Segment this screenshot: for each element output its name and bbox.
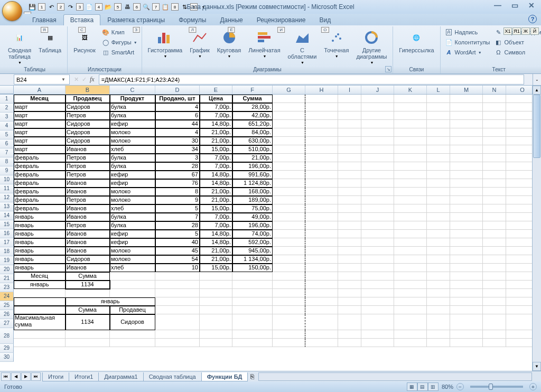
- cell[interactable]: [273, 171, 305, 179]
- cell[interactable]: март: [14, 120, 66, 128]
- cell[interactable]: кефир: [110, 238, 155, 247]
- cell[interactable]: [361, 213, 394, 221]
- cell[interactable]: Сумма: [232, 95, 273, 103]
- wordart-button[interactable]: AWordArt▼: [444, 48, 491, 57]
- cell[interactable]: [338, 330, 361, 339]
- cell[interactable]: [394, 238, 427, 247]
- cell[interactable]: [110, 272, 155, 281]
- cell[interactable]: [338, 145, 361, 154]
- cell[interactable]: [305, 230, 338, 238]
- object-button[interactable]: ◧Объект: [493, 38, 541, 47]
- cell[interactable]: [273, 95, 305, 103]
- row-header[interactable]: 28: [0, 328, 14, 344]
- cell[interactable]: [394, 255, 427, 264]
- cell[interactable]: [361, 238, 394, 247]
- cell[interactable]: Сидоров: [66, 255, 110, 264]
- cell[interactable]: [483, 264, 506, 272]
- cell[interactable]: [273, 281, 305, 289]
- cell[interactable]: Петров: [66, 162, 110, 171]
- cell[interactable]: [338, 137, 361, 145]
- cell[interactable]: январь: [14, 247, 66, 255]
- smartart-button[interactable]: ◫SmartArt: [100, 48, 138, 57]
- cell[interactable]: 14,80р.: [200, 230, 232, 238]
- cell[interactable]: 991,60р.: [232, 171, 273, 179]
- cell[interactable]: [200, 314, 232, 330]
- cell[interactable]: [427, 137, 450, 145]
- cell[interactable]: 651,20р.: [232, 120, 273, 128]
- cell[interactable]: [450, 128, 483, 137]
- cell[interactable]: [155, 281, 200, 289]
- cell[interactable]: [427, 221, 450, 230]
- cell[interactable]: Петров: [66, 154, 110, 162]
- cell[interactable]: 168,00р.: [232, 188, 273, 196]
- cell[interactable]: [305, 145, 338, 154]
- cell[interactable]: 1 124,80р.: [232, 179, 273, 188]
- cell[interactable]: [427, 289, 450, 297]
- cell[interactable]: 9: [155, 196, 200, 204]
- cell[interactable]: [273, 264, 305, 272]
- cell[interactable]: кефир: [110, 230, 155, 238]
- cell[interactable]: [155, 289, 200, 297]
- cell[interactable]: 4: [155, 128, 200, 137]
- cell[interactable]: 21,00р.: [200, 255, 232, 264]
- cell[interactable]: [273, 162, 305, 171]
- cell[interactable]: Иванов: [66, 213, 110, 221]
- cell[interactable]: [427, 196, 450, 204]
- cell[interactable]: 5: [155, 230, 200, 238]
- row-header[interactable]: 2: [0, 104, 14, 113]
- cell[interactable]: [14, 297, 66, 306]
- cell[interactable]: [483, 204, 506, 213]
- cell[interactable]: [338, 247, 361, 255]
- cell[interactable]: [450, 255, 483, 264]
- cell[interactable]: [305, 95, 338, 103]
- cell[interactable]: [427, 95, 450, 103]
- cell[interactable]: [273, 306, 305, 314]
- cell[interactable]: [450, 281, 483, 289]
- prev-sheet-button[interactable]: ◀: [11, 372, 21, 381]
- cell[interactable]: [338, 188, 361, 196]
- cell[interactable]: [305, 314, 338, 330]
- cell[interactable]: 21,00р.: [200, 196, 232, 204]
- cell[interactable]: [427, 145, 450, 154]
- cell[interactable]: [394, 196, 427, 204]
- cell[interactable]: [361, 103, 394, 111]
- cell[interactable]: [305, 128, 338, 137]
- sheet-tab[interactable]: Диаграмма1: [98, 372, 143, 381]
- col-header-H[interactable]: H: [305, 86, 338, 94]
- cell[interactable]: [361, 289, 394, 297]
- cell[interactable]: Сумма: [66, 306, 110, 314]
- cell[interactable]: [232, 339, 273, 347]
- col-header-B[interactable]: B: [66, 86, 110, 94]
- cell[interactable]: [361, 137, 394, 145]
- cell[interactable]: [361, 330, 394, 339]
- cell[interactable]: 945,00р.: [232, 247, 273, 255]
- cell[interactable]: [14, 306, 66, 314]
- cell[interactable]: 1 134,00р.: [232, 255, 273, 264]
- cell[interactable]: [305, 196, 338, 204]
- cell[interactable]: [394, 281, 427, 289]
- cell[interactable]: [361, 95, 394, 103]
- cell[interactable]: [483, 154, 506, 162]
- cell[interactable]: [427, 188, 450, 196]
- cell[interactable]: [361, 272, 394, 281]
- cell[interactable]: 6: [155, 111, 200, 120]
- enter-icon[interactable]: ✓: [82, 76, 87, 83]
- cell[interactable]: 14,80р.: [200, 179, 232, 188]
- cell[interactable]: [427, 247, 450, 255]
- cell[interactable]: январь: [14, 281, 66, 289]
- cell[interactable]: [427, 120, 450, 128]
- cell[interactable]: 510,00р.: [232, 145, 273, 154]
- cell[interactable]: [450, 137, 483, 145]
- cell[interactable]: [305, 289, 338, 297]
- cell[interactable]: [273, 230, 305, 238]
- cell[interactable]: [232, 314, 273, 330]
- cell[interactable]: Сидоров: [66, 120, 110, 128]
- cell[interactable]: булка: [110, 111, 155, 120]
- cell[interactable]: [361, 339, 394, 347]
- cell[interactable]: [155, 297, 200, 306]
- cell[interactable]: молоко: [110, 128, 155, 137]
- cell[interactable]: 189,00р.: [232, 196, 273, 204]
- cell[interactable]: [450, 314, 483, 330]
- cell[interactable]: [155, 306, 200, 314]
- row-header[interactable]: 13: [0, 202, 14, 211]
